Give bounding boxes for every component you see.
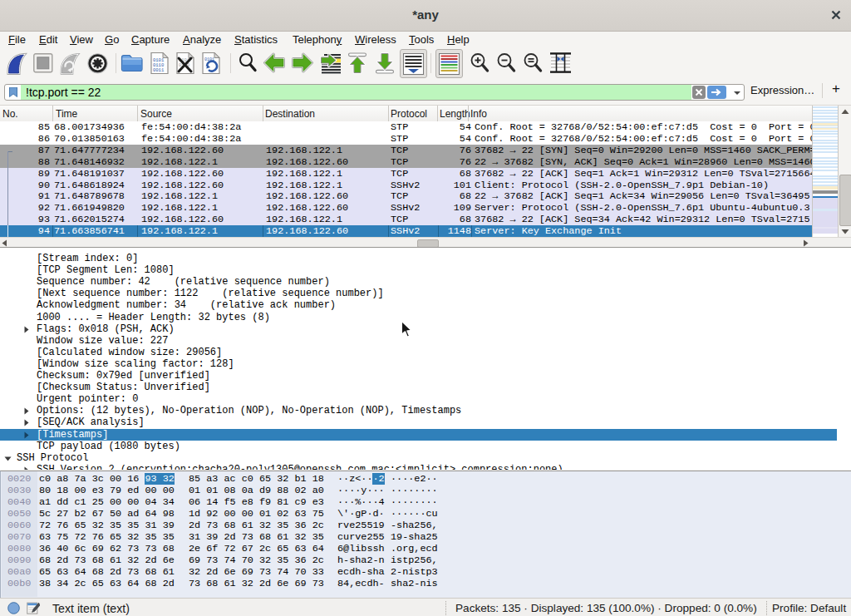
svg-text:0011: 0011 xyxy=(153,67,165,73)
